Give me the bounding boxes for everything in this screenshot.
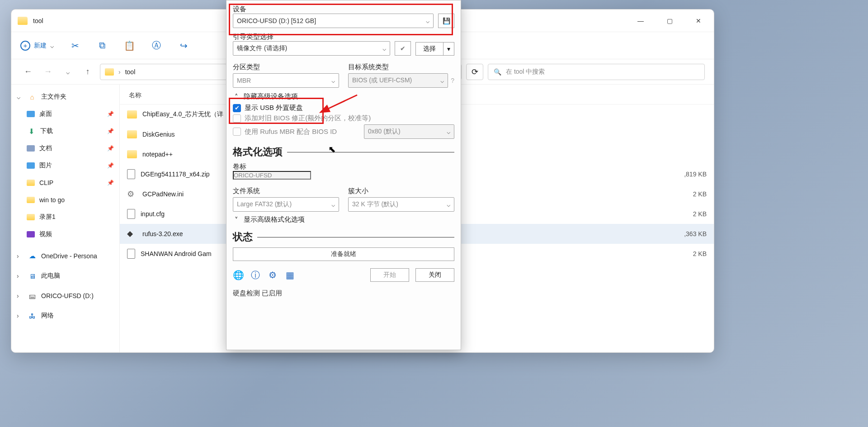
file-name: notepad++ [142,151,173,158]
search-input[interactable]: 🔍 在 tool 中搜索 [488,64,705,80]
share-icon[interactable]: ↪ [178,40,189,52]
cluster-select[interactable]: 32 K 字节 (默认) ⌵ [348,197,454,212]
maximize-button[interactable]: ▢ [660,17,679,24]
device-label: 设备 [233,5,454,14]
target-value: BIOS (或 UEFI-CSM) [352,76,412,85]
show-usb-hdd-checkbox[interactable]: ✔ 显示 USB 外置硬盘 [233,104,454,112]
file-icon [127,169,135,179]
forward-button[interactable]: → [40,64,56,80]
chevron-down-icon: ⌵ [331,201,335,208]
sidebar-label: 桌面 [39,110,52,118]
partition-select[interactable]: MBR ⌵ [233,73,339,88]
sidebar-home[interactable]: ⌂ 主文件夹 [11,88,119,105]
window-controls: — ▢ ✕ [632,17,708,24]
sidebar-downloads[interactable]: ⬇ 下载 📌 [11,123,119,140]
filesystem-select[interactable]: Large FAT32 (默认) ⌵ [233,197,339,212]
select-image-button[interactable]: 选择 [415,42,443,56]
sidebar-onedrive[interactable]: ☁ OneDrive - Persona [11,247,119,265]
sidebar-documents[interactable]: 文档 📌 [11,140,119,157]
rufus-dialog: 设备 ORICO-UFSD (D:) [512 GB] ⌵ 💾 引导类型选择 镜… [226,0,461,350]
sidebar-clip[interactable]: CLIP 📌 [11,174,119,191]
paste-icon[interactable]: 📋 [123,40,135,52]
progress-text: 准备就绪 [331,250,356,258]
pin-icon: 📌 [107,162,114,169]
pin-icon: 📌 [107,180,114,186]
sidebar-luping[interactable]: 录屏1 [11,209,119,226]
sidebar-pictures[interactable]: 图片 📌 [11,157,119,174]
sidebar-oricodisk[interactable]: 🖴 ORICO-UFSD (D:) [11,287,119,304]
boot-select[interactable]: 镜像文件 (请选择) ⌵ [233,41,390,56]
chevron-down-icon[interactable]: ⌵ [60,64,75,80]
boot-label: 引导类型选择 [233,33,454,41]
chevron-up-icon: ˄ [233,93,240,101]
start-button[interactable]: 开始 [370,268,409,282]
sidebar-video[interactable]: 视频 [11,226,119,243]
minimize-button[interactable]: — [632,17,650,24]
folder-icon [127,130,137,138]
check-hash-button[interactable]: ✔ [395,41,411,56]
progress-bar: 准备就绪 [233,247,454,261]
boot-value: 镜像文件 (请选择) [237,44,287,52]
folder-icon [127,110,137,119]
sidebar-label: ORICO-UFSD (D:) [41,292,94,299]
partition-value: MBR [237,77,251,84]
chevron-right-icon: › [118,68,121,76]
file-size: 2 KB [693,190,707,198]
chevron-down-icon: ⌵ [447,128,450,135]
chevron-down-icon: ⌵ [447,201,450,208]
back-button[interactable]: ← [20,64,36,80]
save-device-button[interactable]: 💾 [438,14,454,28]
sidebar-wintogo[interactable]: win to go [11,191,119,209]
sidebar-label: 录屏1 [39,213,56,221]
checkbox-icon [233,128,241,136]
new-button[interactable]: + 新建 ⌵ [20,41,54,51]
sidebar-desktop[interactable]: 桌面 📌 [11,105,119,123]
filesystem-value: Large FAT32 (默认) [237,200,292,209]
navigation-pane: ⌂ 主文件夹 桌面 📌 ⬇ 下载 📌 文档 📌 图片 📌 [11,85,120,352]
config-icon: ⚙ [127,189,137,199]
rename-icon[interactable]: Ⓐ [151,40,162,52]
chevron-down-icon: ⌵ [331,77,335,84]
help-icon[interactable]: ? [451,77,454,84]
checkbox-label: 使用 Rufus MBR 配合 BIOS ID [245,128,337,136]
sidebar-label: 网络 [41,312,54,320]
executable-icon: ◆ [127,229,137,239]
show-advanced-format-toggle[interactable]: ˅ 显示高级格式化选项 [233,215,454,224]
new-label: 新建 [34,42,47,50]
checkbox-checked-icon: ✔ [233,104,241,112]
mbr-id-value: 0x80 (默认) [368,128,401,136]
target-select: BIOS (或 UEFI-CSM) ⌵ [348,73,448,88]
pin-icon: 📌 [107,145,114,152]
pin-icon: 📌 [107,128,114,134]
log-button[interactable]: ▦ [284,270,295,280]
folder-icon [18,17,28,25]
copy-icon[interactable]: ⧉ [96,40,108,52]
language-button[interactable]: 🌐 [233,270,244,280]
refresh-button[interactable]: ⟳ [466,64,483,80]
filesystem-label: 文件系统 [233,187,339,195]
cut-icon[interactable]: ✂ [69,40,81,52]
settings-button[interactable]: ⚙ [267,270,278,280]
chevron-down-icon: ⌵ [50,42,54,49]
status-section-heading: 状态 [233,230,454,244]
toggle-label: 隐藏高级设备选项 [244,92,298,101]
device-value: ORICO-UFSD (D:) [512 GB] [237,17,316,24]
hide-advanced-device-toggle[interactable]: ˄ 隐藏高级设备选项 [233,92,454,101]
heading-text: 格式化选项 [233,145,283,159]
search-placeholder: 在 tool 中搜索 [506,68,545,76]
select-dropdown-button[interactable]: ▾ [443,42,454,56]
chevron-down-icon: ⌵ [382,45,386,52]
close-button[interactable]: 关闭 [415,268,454,282]
close-button[interactable]: ✕ [689,17,708,24]
file-icon [127,209,135,219]
device-select[interactable]: ORICO-UFSD (D:) [512 GB] ⌵ [233,14,434,28]
video-icon [27,231,35,237]
rufus-mbr-checkbox: 使用 Rufus MBR 配合 BIOS ID 0x80 (默认) ⌵ [233,124,454,139]
volume-label-input[interactable] [233,171,311,180]
file-name: SHANWAN Android Gam [141,250,212,257]
sidebar-thispc[interactable]: 🖥 此电脑 [11,267,119,285]
sidebar-network[interactable]: 🖧 网络 [11,307,119,324]
heading-text: 状态 [233,230,253,244]
about-button[interactable]: ⓘ [250,270,261,280]
up-button[interactable]: ↑ [80,64,95,80]
